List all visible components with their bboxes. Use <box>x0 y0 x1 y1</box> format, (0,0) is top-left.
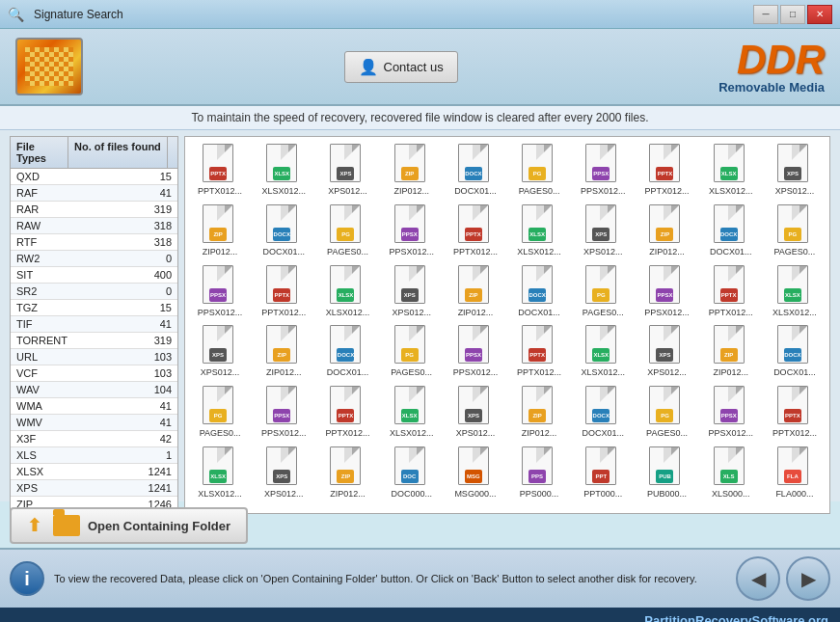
file-item[interactable]: PG PAGES0... <box>189 383 251 442</box>
col-file-types: File Types <box>11 137 68 168</box>
file-item[interactable]: XLSX XLSX012... <box>253 141 314 200</box>
file-item[interactable]: XPS XPS012... <box>572 202 634 260</box>
list-item[interactable]: QXD 15 <box>11 169 177 185</box>
file-badge: PG <box>784 228 801 241</box>
list-item[interactable]: SR2 0 <box>11 284 177 300</box>
file-item[interactable]: DOC DOC000... <box>381 444 443 502</box>
file-item[interactable]: FLA FLA000... <box>764 444 826 502</box>
list-item[interactable]: WAV 104 <box>11 382 177 398</box>
file-item[interactable]: XPS XPS012... <box>381 262 443 321</box>
file-item[interactable]: PPTX PPTX012... <box>764 383 826 442</box>
file-item[interactable]: PPTX PPTX012... <box>636 141 697 200</box>
file-item[interactable]: DOCX DOCX01... <box>445 141 506 200</box>
file-badge: DOCX <box>720 228 738 241</box>
list-item[interactable]: X3F 42 <box>11 431 177 447</box>
list-item[interactable]: RAR 319 <box>11 202 177 218</box>
file-badge: PPSX <box>465 348 482 362</box>
file-item[interactable]: ZIP ZIP012... <box>381 141 443 200</box>
file-item[interactable]: ZIP ZIP012... <box>189 202 251 260</box>
list-item[interactable]: TGZ 15 <box>11 300 177 316</box>
file-item[interactable]: XLSX XLSX012... <box>764 262 826 321</box>
list-item[interactable]: XPS 1241 <box>11 480 177 497</box>
list-item[interactable]: RTF 318 <box>11 234 177 251</box>
file-item[interactable]: PPTX PPTX012... <box>508 322 570 381</box>
file-item[interactable]: DOCX DOCX01... <box>700 202 762 260</box>
file-item[interactable]: PPSX PPSX012... <box>189 262 251 321</box>
file-item[interactable]: XLSX XLSX012... <box>189 444 251 502</box>
file-item[interactable]: ZIP ZIP012... <box>636 202 697 260</box>
list-item[interactable]: RAF 41 <box>11 185 177 202</box>
file-item[interactable]: MSG MSG000... <box>445 444 506 502</box>
minimize-button[interactable]: ─ <box>753 5 778 24</box>
maximize-button[interactable]: □ <box>780 5 805 24</box>
file-icon-base: ZIP <box>394 144 425 182</box>
file-item[interactable]: PPTX PPTX012... <box>189 141 251 200</box>
file-item[interactable]: XLS XLS000... <box>700 444 762 502</box>
list-item[interactable]: URL 103 <box>11 349 177 365</box>
file-item[interactable]: XLSX XLSX012... <box>508 202 570 260</box>
files-grid-panel[interactable]: PPTX PPTX012... XLSX XLSX012... XPS XPS0… <box>184 136 830 514</box>
list-item[interactable]: WMA 41 <box>11 398 177 415</box>
file-item[interactable]: ZIP ZIP012... <box>445 262 506 321</box>
file-item[interactable]: XPS XPS012... <box>316 141 378 200</box>
file-item[interactable]: XPS XPS012... <box>253 444 314 502</box>
file-item[interactable]: XPS XPS012... <box>764 141 826 200</box>
file-item[interactable]: PPTX PPTX012... <box>700 262 762 321</box>
list-item[interactable]: RW2 0 <box>11 251 177 267</box>
file-item[interactable]: ZIP ZIP012... <box>253 322 314 381</box>
file-item[interactable]: PG PAGES0... <box>381 322 443 381</box>
file-item[interactable]: PPSX PPSX012... <box>572 141 634 200</box>
list-item[interactable]: XLS 1 <box>11 447 177 464</box>
file-item[interactable]: ZIP ZIP012... <box>316 444 378 502</box>
file-item[interactable]: PPSX PPSX012... <box>253 383 314 442</box>
next-button[interactable]: ▶ <box>786 556 830 601</box>
list-item[interactable]: TORRENT 319 <box>11 333 177 349</box>
file-item[interactable]: PG PAGES0... <box>316 202 378 260</box>
list-item[interactable]: SIT 400 <box>11 267 177 284</box>
file-icon-base: PG <box>585 265 616 304</box>
close-button[interactable]: ✕ <box>807 5 832 24</box>
file-item[interactable]: PG PAGES0... <box>636 383 697 442</box>
contact-button[interactable]: 👤 Contact us <box>344 51 458 83</box>
list-item[interactable]: VCF 103 <box>11 365 177 382</box>
file-corner <box>608 205 615 213</box>
file-item[interactable]: PPS PPS000... <box>508 444 570 502</box>
file-item[interactable]: XPS XPS012... <box>636 322 697 381</box>
file-item[interactable]: XPS XPS012... <box>189 322 251 381</box>
file-item[interactable]: PPSX PPSX012... <box>381 202 443 260</box>
file-item[interactable]: XLSX XLSX012... <box>381 383 443 442</box>
file-corner <box>671 447 679 455</box>
file-item[interactable]: XPS XPS012... <box>445 383 506 442</box>
file-item[interactable]: PG PAGES0... <box>508 141 570 200</box>
file-list-scroll[interactable]: QXD 15 RAF 41 RAR 319 RAW 318 RTF 318 RW… <box>11 169 177 513</box>
file-item[interactable]: PPTX PPTX012... <box>316 383 378 442</box>
file-icon-container: PPSX <box>585 144 620 184</box>
file-corner <box>671 205 679 213</box>
list-item[interactable]: WMV 41 <box>11 415 177 431</box>
file-item[interactable]: XLSX XLSX012... <box>700 141 762 200</box>
file-item[interactable]: PPSX PPSX012... <box>636 262 697 321</box>
file-item[interactable]: PUB PUB000... <box>636 444 697 502</box>
file-item[interactable]: XLSX XLSX012... <box>572 322 634 381</box>
file-item[interactable]: ZIP ZIP012... <box>508 383 570 442</box>
back-button[interactable]: ◀ <box>736 556 780 601</box>
file-item[interactable]: PG PAGES0... <box>764 202 826 260</box>
list-item[interactable]: RAW 318 <box>11 218 177 234</box>
file-item[interactable]: DOCX DOCX01... <box>253 202 314 260</box>
list-item[interactable]: TIF 41 <box>11 316 177 333</box>
file-item[interactable]: DOCX DOCX01... <box>316 322 378 381</box>
file-item[interactable]: PPTX PPTX012... <box>445 202 506 260</box>
file-item[interactable]: DOCX DOCX01... <box>572 383 634 442</box>
file-count-cell: 319 <box>68 333 177 348</box>
file-item[interactable]: PPSX PPSX012... <box>445 322 506 381</box>
file-item[interactable]: ZIP ZIP012... <box>700 322 762 381</box>
file-item[interactable]: PPSX PPSX012... <box>700 383 762 442</box>
file-item[interactable]: PPT PPT000... <box>572 444 634 502</box>
file-item[interactable]: PG PAGES0... <box>572 262 634 321</box>
open-folder-button[interactable]: ⬆ Open Containing Folder <box>10 507 248 544</box>
file-item[interactable]: DOCX DOCX01... <box>508 262 570 321</box>
list-item[interactable]: XLSX 1241 <box>11 464 177 480</box>
file-item[interactable]: DOCX DOCX01... <box>764 322 826 381</box>
file-item[interactable]: PPTX PPTX012... <box>253 262 314 321</box>
file-item[interactable]: XLSX XLSX012... <box>316 262 378 321</box>
